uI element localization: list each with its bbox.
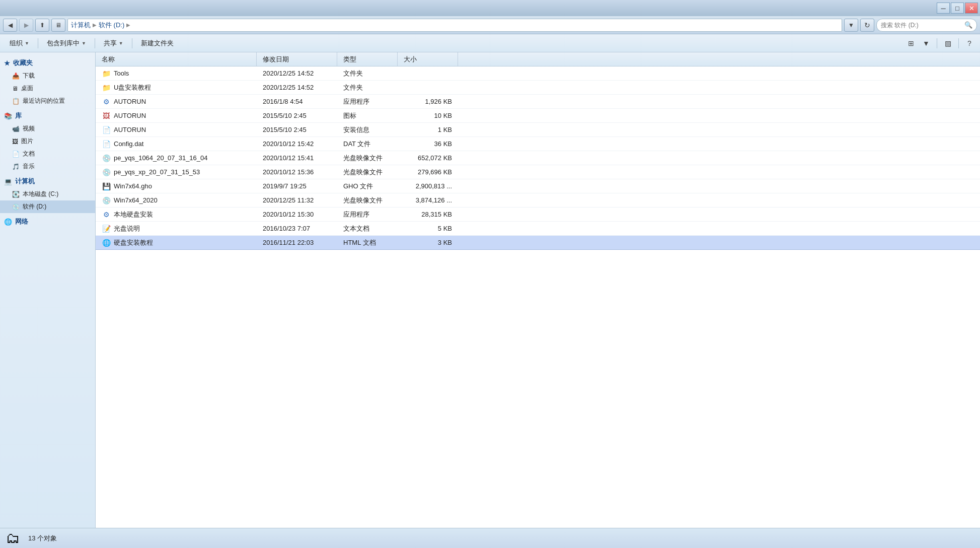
file-size-cell: 652,072 KB [398,151,458,165]
file-size-cell: 2,900,813 ... [398,179,458,193]
library-title[interactable]: 📚 库 [0,109,95,122]
local-disk-label: 本地磁盘 (C:) [23,190,58,198]
breadcrumb-computer[interactable]: 计算机 [71,21,91,30]
sidebar-item-local-disk[interactable]: 💽 本地磁盘 (C:) [0,188,95,200]
file-date-cell: 2020/10/12 15:30 [257,208,337,221]
sidebar-item-document[interactable]: 📄 文档 [0,148,95,160]
table-row[interactable]: 📁 U盘安装教程 2020/12/25 14:52 文件夹 [96,81,980,95]
file-date-cell: 2015/5/10 2:45 [257,109,337,122]
toolbar-sep-4 [937,38,937,48]
new-folder-button[interactable]: 新建文件夹 [135,36,179,50]
view-list-button[interactable]: ⊞ [904,37,918,50]
table-row[interactable]: 🌐 硬盘安装教程 2016/11/21 22:03 HTML 文档 3 KB [96,236,980,250]
sidebar-item-download[interactable]: 📥 下载 [0,70,95,82]
col-header-size[interactable]: 大小 [398,52,458,66]
sidebar: ★ 收藏夹 📥 下载 🖥 桌面 📋 最近访问的位置 📚 库 [0,52,96,528]
file-size-cell: 1 KB [398,123,458,136]
table-row[interactable]: 💾 Win7x64.gho 2019/9/7 19:25 GHO 文件 2,90… [96,179,980,193]
file-type-cell: 光盘映像文件 [337,193,398,207]
sidebar-item-soft-disk[interactable]: 💿 软件 (D:) [0,200,95,213]
table-row[interactable]: 💿 pe_yqs_xp_20_07_31_15_53 2020/10/12 15… [96,165,980,179]
file-name: pe_yqs_xp_20_07_31_15_53 [114,168,200,176]
file-name: Win7x64_2020 [114,196,158,204]
col-header-type[interactable]: 类型 [337,52,398,66]
favorites-title[interactable]: ★ 收藏夹 [0,56,95,70]
file-type: 安装信息 [343,125,369,134]
file-icon: 📄 [102,125,111,134]
breadcrumb[interactable]: 计算机 ▶ 软件 (D:) ▶ [67,19,842,32]
file-icon: 🌐 [102,238,111,247]
close-button[interactable]: ✕ [965,3,978,14]
minimize-button[interactable]: ─ [937,3,950,14]
up-button[interactable]: ⬆ [35,19,49,32]
preview-pane-button[interactable]: ▨ [941,37,954,50]
file-icon: 📁 [102,69,111,78]
table-row[interactable]: ⚙ 本地硬盘安装 2020/10/12 15:30 应用程序 28,315 KB [96,208,980,222]
file-list: 📁 Tools 2020/12/25 14:52 文件夹 📁 U盘安装教程 20… [96,66,980,528]
table-row[interactable]: 📄 AUTORUN 2015/5/10 2:45 安装信息 1 KB [96,123,980,137]
back-button[interactable]: ◀ [3,19,17,32]
desktop-label: 桌面 [21,84,33,93]
table-row[interactable]: 🖼 AUTORUN 2015/5/10 2:45 图标 10 KB [96,109,980,123]
sidebar-item-recent[interactable]: 📋 最近访问的位置 [0,95,95,107]
dropdown-button[interactable]: ▼ [844,19,858,32]
file-date-cell: 2019/9/7 19:25 [257,179,337,193]
table-row[interactable]: ⚙ AUTORUN 2016/1/8 4:54 应用程序 1,926 KB [96,95,980,109]
library-label: 库 [15,111,22,120]
include-in-lib-button[interactable]: 包含到库中 ▼ [41,36,92,50]
file-size: 1 KB [438,126,452,133]
file-date-cell: 2020/10/12 15:41 [257,151,337,165]
computer-icon: 💻 [4,178,12,185]
file-type-cell: 应用程序 [337,208,398,221]
organize-arrow: ▼ [25,41,29,46]
file-icon: 💿 [102,196,111,205]
col-header-name[interactable]: 名称 [96,52,257,66]
sidebar-item-video[interactable]: 📹 视频 [0,122,95,135]
search-box[interactable]: 🔍 [876,19,977,32]
table-row[interactable]: 📁 Tools 2020/12/25 14:52 文件夹 [96,66,980,81]
network-title[interactable]: 🌐 网络 [0,215,95,228]
file-icon: ⚙ [102,97,111,106]
file-name-cell: 💿 Win7x64_2020 [96,193,257,207]
search-input[interactable] [881,22,962,29]
document-icon: 📄 [12,151,20,158]
file-type-cell: 文件夹 [337,81,398,94]
sidebar-item-desktop[interactable]: 🖥 桌面 [0,82,95,95]
maximize-button[interactable]: □ [951,3,964,14]
video-icon: 📹 [12,125,20,132]
breadcrumb-disk[interactable]: 软件 (D:) [99,21,124,30]
organize-button[interactable]: 组织 ▼ [4,36,35,50]
share-button[interactable]: 共享 ▼ [98,36,129,50]
view-dropdown-button[interactable]: ▼ [920,37,933,50]
file-name-cell: 💿 pe_yqs_1064_20_07_31_16_04 [96,151,257,165]
file-size: 652,072 KB [418,154,452,162]
toolbar-sep-2 [95,38,95,48]
file-type: HTML 文档 [343,238,376,247]
picture-icon: 🖼 [12,138,18,145]
search-icon[interactable]: 🔍 [964,21,972,29]
table-row[interactable]: 💿 Win7x64_2020 2020/12/25 11:32 光盘映像文件 3… [96,193,980,208]
file-type: 光盘映像文件 [343,168,383,177]
document-label: 文档 [23,150,35,158]
table-row[interactable]: 📄 Config.dat 2020/10/12 15:42 DAT 文件 36 … [96,137,980,151]
music-icon: 🎵 [12,163,20,170]
computer-title[interactable]: 💻 计算机 [0,175,95,188]
file-type-cell: 图标 [337,109,398,122]
help-button[interactable]: ? [963,37,976,50]
sidebar-item-picture[interactable]: 🖼 图片 [0,135,95,148]
file-name: 硬盘安装教程 [114,238,153,247]
file-name-cell: 🌐 硬盘安装教程 [96,236,257,249]
soft-disk-label: 软件 (D:) [23,202,46,211]
forward-button[interactable]: ▶ [19,19,33,32]
refresh-button[interactable]: ↻ [860,19,874,32]
col-header-date[interactable]: 修改日期 [257,52,337,66]
table-row[interactable]: 💿 pe_yqs_1064_20_07_31_16_04 2020/10/12 … [96,151,980,165]
sidebar-item-music[interactable]: 🎵 音乐 [0,160,95,173]
file-size: 36 KB [434,140,452,148]
table-row[interactable]: 📝 光盘说明 2016/10/23 7:07 文本文档 5 KB [96,222,980,236]
file-date-cell: 2020/12/25 14:52 [257,81,337,94]
file-type: GHO 文件 [343,182,373,191]
file-date-cell: 2016/11/21 22:03 [257,236,337,249]
file-name-cell: 🖼 AUTORUN [96,109,257,122]
file-icon: 💾 [102,182,111,191]
